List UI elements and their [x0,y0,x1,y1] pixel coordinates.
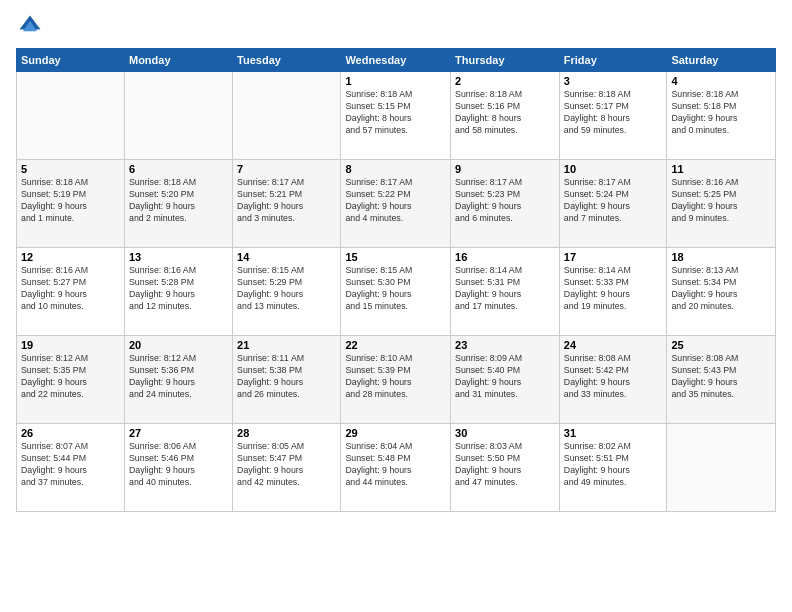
calendar-cell: 18Sunrise: 8:13 AM Sunset: 5:34 PM Dayli… [667,248,776,336]
day-info: Sunrise: 8:02 AM Sunset: 5:51 PM Dayligh… [564,441,663,489]
day-number: 27 [129,427,228,439]
day-info: Sunrise: 8:11 AM Sunset: 5:38 PM Dayligh… [237,353,336,401]
day-number: 5 [21,163,120,175]
day-number: 3 [564,75,663,87]
day-number: 23 [455,339,555,351]
day-number: 13 [129,251,228,263]
day-number: 20 [129,339,228,351]
day-info: Sunrise: 8:06 AM Sunset: 5:46 PM Dayligh… [129,441,228,489]
day-info: Sunrise: 8:18 AM Sunset: 5:17 PM Dayligh… [564,89,663,137]
calendar-cell: 31Sunrise: 8:02 AM Sunset: 5:51 PM Dayli… [559,424,667,512]
day-number: 15 [345,251,446,263]
day-info: Sunrise: 8:12 AM Sunset: 5:36 PM Dayligh… [129,353,228,401]
calendar-cell [124,72,232,160]
day-number: 8 [345,163,446,175]
day-number: 31 [564,427,663,439]
calendar-cell: 1Sunrise: 8:18 AM Sunset: 5:15 PM Daylig… [341,72,451,160]
day-number: 9 [455,163,555,175]
day-number: 30 [455,427,555,439]
calendar-cell: 22Sunrise: 8:10 AM Sunset: 5:39 PM Dayli… [341,336,451,424]
day-info: Sunrise: 8:16 AM Sunset: 5:27 PM Dayligh… [21,265,120,313]
calendar-cell: 9Sunrise: 8:17 AM Sunset: 5:23 PM Daylig… [451,160,560,248]
day-info: Sunrise: 8:14 AM Sunset: 5:31 PM Dayligh… [455,265,555,313]
calendar-cell: 7Sunrise: 8:17 AM Sunset: 5:21 PM Daylig… [233,160,341,248]
day-number: 12 [21,251,120,263]
calendar-cell: 21Sunrise: 8:11 AM Sunset: 5:38 PM Dayli… [233,336,341,424]
day-info: Sunrise: 8:16 AM Sunset: 5:28 PM Dayligh… [129,265,228,313]
calendar-cell [667,424,776,512]
day-info: Sunrise: 8:18 AM Sunset: 5:16 PM Dayligh… [455,89,555,137]
day-number: 21 [237,339,336,351]
day-info: Sunrise: 8:13 AM Sunset: 5:34 PM Dayligh… [671,265,771,313]
day-number: 14 [237,251,336,263]
day-number: 22 [345,339,446,351]
calendar-cell: 2Sunrise: 8:18 AM Sunset: 5:16 PM Daylig… [451,72,560,160]
calendar-day-header: Saturday [667,49,776,72]
calendar: SundayMondayTuesdayWednesdayThursdayFrid… [16,48,776,512]
calendar-week-row: 12Sunrise: 8:16 AM Sunset: 5:27 PM Dayli… [17,248,776,336]
day-number: 25 [671,339,771,351]
day-number: 4 [671,75,771,87]
calendar-day-header: Thursday [451,49,560,72]
calendar-week-row: 1Sunrise: 8:18 AM Sunset: 5:15 PM Daylig… [17,72,776,160]
calendar-cell: 25Sunrise: 8:08 AM Sunset: 5:43 PM Dayli… [667,336,776,424]
calendar-cell: 5Sunrise: 8:18 AM Sunset: 5:19 PM Daylig… [17,160,125,248]
day-number: 24 [564,339,663,351]
calendar-cell: 26Sunrise: 8:07 AM Sunset: 5:44 PM Dayli… [17,424,125,512]
day-info: Sunrise: 8:18 AM Sunset: 5:18 PM Dayligh… [671,89,771,137]
day-info: Sunrise: 8:03 AM Sunset: 5:50 PM Dayligh… [455,441,555,489]
calendar-cell: 6Sunrise: 8:18 AM Sunset: 5:20 PM Daylig… [124,160,232,248]
logo-icon [16,12,44,40]
calendar-cell: 29Sunrise: 8:04 AM Sunset: 5:48 PM Dayli… [341,424,451,512]
calendar-cell: 15Sunrise: 8:15 AM Sunset: 5:30 PM Dayli… [341,248,451,336]
day-info: Sunrise: 8:14 AM Sunset: 5:33 PM Dayligh… [564,265,663,313]
logo [16,12,48,40]
calendar-cell: 30Sunrise: 8:03 AM Sunset: 5:50 PM Dayli… [451,424,560,512]
day-info: Sunrise: 8:18 AM Sunset: 5:15 PM Dayligh… [345,89,446,137]
day-number: 29 [345,427,446,439]
calendar-cell: 3Sunrise: 8:18 AM Sunset: 5:17 PM Daylig… [559,72,667,160]
calendar-cell: 24Sunrise: 8:08 AM Sunset: 5:42 PM Dayli… [559,336,667,424]
day-info: Sunrise: 8:12 AM Sunset: 5:35 PM Dayligh… [21,353,120,401]
calendar-day-header: Friday [559,49,667,72]
calendar-cell: 28Sunrise: 8:05 AM Sunset: 5:47 PM Dayli… [233,424,341,512]
day-info: Sunrise: 8:17 AM Sunset: 5:24 PM Dayligh… [564,177,663,225]
calendar-cell: 4Sunrise: 8:18 AM Sunset: 5:18 PM Daylig… [667,72,776,160]
calendar-day-header: Tuesday [233,49,341,72]
calendar-cell: 17Sunrise: 8:14 AM Sunset: 5:33 PM Dayli… [559,248,667,336]
day-info: Sunrise: 8:04 AM Sunset: 5:48 PM Dayligh… [345,441,446,489]
day-number: 2 [455,75,555,87]
day-info: Sunrise: 8:17 AM Sunset: 5:23 PM Dayligh… [455,177,555,225]
calendar-cell [17,72,125,160]
day-info: Sunrise: 8:10 AM Sunset: 5:39 PM Dayligh… [345,353,446,401]
calendar-header-row: SundayMondayTuesdayWednesdayThursdayFrid… [17,49,776,72]
calendar-cell: 10Sunrise: 8:17 AM Sunset: 5:24 PM Dayli… [559,160,667,248]
day-number: 26 [21,427,120,439]
day-number: 1 [345,75,446,87]
day-number: 28 [237,427,336,439]
day-info: Sunrise: 8:15 AM Sunset: 5:30 PM Dayligh… [345,265,446,313]
day-info: Sunrise: 8:07 AM Sunset: 5:44 PM Dayligh… [21,441,120,489]
day-number: 18 [671,251,771,263]
day-number: 6 [129,163,228,175]
calendar-week-row: 26Sunrise: 8:07 AM Sunset: 5:44 PM Dayli… [17,424,776,512]
calendar-day-header: Wednesday [341,49,451,72]
calendar-cell: 19Sunrise: 8:12 AM Sunset: 5:35 PM Dayli… [17,336,125,424]
day-info: Sunrise: 8:17 AM Sunset: 5:21 PM Dayligh… [237,177,336,225]
calendar-cell: 27Sunrise: 8:06 AM Sunset: 5:46 PM Dayli… [124,424,232,512]
calendar-day-header: Sunday [17,49,125,72]
day-info: Sunrise: 8:18 AM Sunset: 5:19 PM Dayligh… [21,177,120,225]
calendar-cell: 13Sunrise: 8:16 AM Sunset: 5:28 PM Dayli… [124,248,232,336]
calendar-week-row: 5Sunrise: 8:18 AM Sunset: 5:19 PM Daylig… [17,160,776,248]
calendar-cell: 20Sunrise: 8:12 AM Sunset: 5:36 PM Dayli… [124,336,232,424]
day-info: Sunrise: 8:09 AM Sunset: 5:40 PM Dayligh… [455,353,555,401]
day-info: Sunrise: 8:05 AM Sunset: 5:47 PM Dayligh… [237,441,336,489]
day-number: 7 [237,163,336,175]
day-info: Sunrise: 8:08 AM Sunset: 5:43 PM Dayligh… [671,353,771,401]
calendar-cell [233,72,341,160]
day-info: Sunrise: 8:16 AM Sunset: 5:25 PM Dayligh… [671,177,771,225]
calendar-day-header: Monday [124,49,232,72]
day-number: 10 [564,163,663,175]
header [16,12,776,40]
day-info: Sunrise: 8:17 AM Sunset: 5:22 PM Dayligh… [345,177,446,225]
